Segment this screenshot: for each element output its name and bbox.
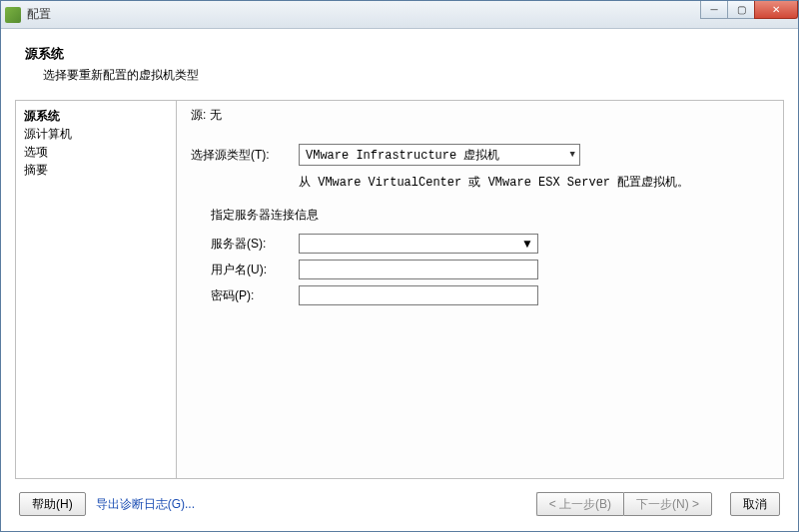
password-label: 密码(P):: [211, 287, 299, 304]
step-summary[interactable]: 摘要: [24, 161, 168, 179]
password-row: 密码(P):: [211, 285, 769, 305]
server-combo[interactable]: ▼: [299, 234, 538, 254]
export-log-link[interactable]: 导出诊断日志(G)...: [96, 496, 195, 513]
username-label: 用户名(U):: [211, 262, 299, 278]
close-button[interactable]: ✕: [754, 1, 798, 19]
source-type-hint: 从 VMware VirtualCenter 或 VMware ESX Serv…: [299, 174, 769, 191]
help-button[interactable]: 帮助(H): [19, 492, 86, 516]
step-options[interactable]: 选项: [24, 143, 168, 161]
nav-button-group: < 上一步(B) 下一步(N) >: [536, 492, 712, 516]
connection-group-title: 指定服务器连接信息: [211, 207, 769, 224]
server-label: 服务器(S):: [211, 236, 299, 253]
wizard-header: 源系统 选择要重新配置的虚拟机类型: [15, 39, 784, 98]
window: 配置 ─ ▢ ✕ 源系统 选择要重新配置的虚拟机类型 源系统 源计算机 选项 摘…: [0, 0, 799, 532]
source-value: 无: [210, 108, 222, 122]
page-subtitle: 选择要重新配置的虚拟机类型: [25, 67, 774, 84]
username-field[interactable]: [299, 260, 538, 279]
window-controls: ─ ▢ ✕: [701, 1, 798, 19]
step-source-system[interactable]: 源系统: [24, 107, 168, 125]
next-button[interactable]: 下一步(N) >: [623, 492, 712, 516]
window-title: 配置: [27, 6, 51, 23]
page-title: 源系统: [25, 45, 774, 63]
source-type-combo[interactable]: VMware Infrastructure 虚拟机 ▼: [299, 144, 580, 166]
source-type-row: 选择源类型(T): VMware Infrastructure 虚拟机 ▼: [191, 144, 769, 166]
wizard-steps-sidebar: 源系统 源计算机 选项 摘要: [15, 100, 177, 479]
main-row: 源系统 源计算机 选项 摘要 源: 无 选择源类型(T): VMware Inf…: [15, 100, 784, 479]
source-label: 源:: [191, 108, 206, 122]
server-row: 服务器(S): ▼: [211, 234, 769, 254]
wizard-footer: 帮助(H) 导出诊断日志(G)... < 上一步(B) 下一步(N) > 取消: [15, 479, 784, 521]
password-field[interactable]: [299, 285, 538, 305]
maximize-button[interactable]: ▢: [727, 1, 755, 19]
source-line: 源: 无: [191, 107, 769, 124]
app-icon: [5, 7, 21, 23]
back-button[interactable]: < 上一步(B): [536, 492, 623, 516]
wizard-pane: 源: 无 选择源类型(T): VMware Infrastructure 虚拟机…: [177, 100, 784, 479]
titlebar[interactable]: 配置 ─ ▢ ✕: [1, 1, 798, 29]
minimize-button[interactable]: ─: [700, 1, 728, 19]
content-area: 源系统 选择要重新配置的虚拟机类型 源系统 源计算机 选项 摘要 源: 无 选择…: [1, 29, 798, 531]
step-source-computer[interactable]: 源计算机: [24, 125, 168, 143]
chevron-down-icon: ▼: [521, 237, 533, 251]
cancel-button[interactable]: 取消: [730, 492, 780, 516]
username-row: 用户名(U):: [211, 260, 769, 279]
chevron-down-icon: ▼: [570, 150, 575, 160]
source-type-label: 选择源类型(T):: [191, 147, 299, 164]
source-type-value: VMware Infrastructure 虚拟机: [306, 147, 499, 164]
